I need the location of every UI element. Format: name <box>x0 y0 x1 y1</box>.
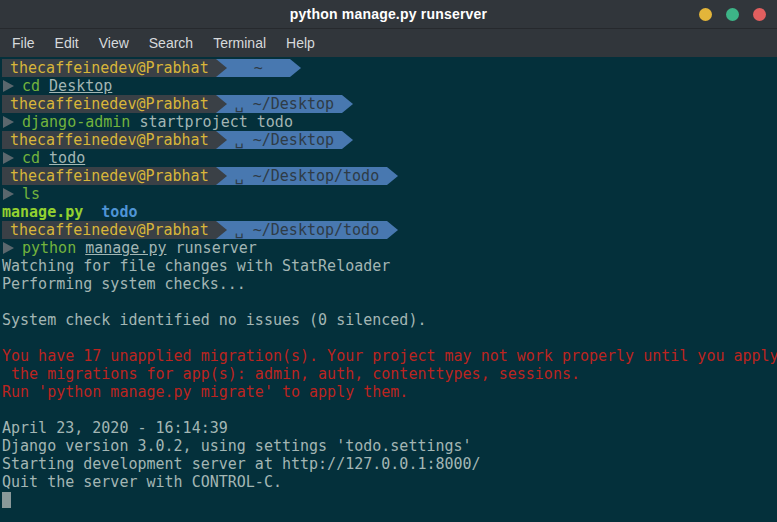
terminal-line: thecaffeinedev@Prabhat␣ ~/Desktop <box>2 131 777 149</box>
prompt-arrow-icon <box>3 188 14 200</box>
terminal-screen[interactable]: thecaffeinedev@Prabhat~cd Desktopthecaff… <box>0 57 777 522</box>
terminal-line: Run 'python manage.py migrate' to apply … <box>2 383 777 401</box>
window-titlebar: python manage.py runserver <box>0 0 777 29</box>
terminal-line: System check identified no issues (0 sil… <box>2 311 777 329</box>
menu-view[interactable]: View <box>89 32 139 54</box>
prompt-arrow-icon <box>3 152 14 164</box>
prompt-path-segment: ␣ ~/Desktop <box>227 95 342 113</box>
terminal-text: System check identified no issues (0 sil… <box>2 311 426 329</box>
prompt-arrow-icon <box>3 242 14 254</box>
prompt-path-segment: ␣ ~/Desktop <box>227 131 342 149</box>
terminal-line <box>2 401 777 419</box>
terminal-line: Starting development server at http://12… <box>2 455 777 473</box>
powerline-separator-icon <box>216 131 227 149</box>
prompt-user-segment: thecaffeinedev@Prabhat <box>2 131 216 149</box>
prompt-user-segment: thecaffeinedev@Prabhat <box>2 59 216 77</box>
terminal-text: ls <box>22 185 40 203</box>
powerline-separator-icon <box>387 221 398 239</box>
terminal-text: April 23, 2020 - 16:14:39 <box>2 419 228 437</box>
terminal-text: cd <box>22 77 40 95</box>
terminal-cursor <box>2 492 11 508</box>
menu-search[interactable]: Search <box>139 32 203 54</box>
terminal-line: Django version 3.0.2, using settings 'to… <box>2 437 777 455</box>
prompt-path-segment: ␣ ~/Desktop/todo <box>227 221 388 239</box>
terminal-line: cd todo <box>2 149 777 167</box>
directory-icon: ␣ <box>235 95 253 113</box>
terminal-text: You have 17 unapplied migration(s). Your… <box>2 347 777 365</box>
menu-help[interactable]: Help <box>276 32 325 54</box>
terminal-line: cd Desktop <box>2 77 777 95</box>
maximize-button[interactable] <box>726 8 739 21</box>
terminal-text: todo <box>49 149 85 167</box>
terminal-text: Starting development server at http://12… <box>2 455 481 473</box>
terminal-text: Run 'python manage.py migrate' to apply … <box>2 383 408 401</box>
terminal-text: Quit the server with CONTROL-C. <box>2 473 282 491</box>
menu-edit[interactable]: Edit <box>45 32 89 54</box>
window-title: python manage.py runserver <box>290 6 487 22</box>
terminal-text: Watching for file changes with StatReloa… <box>2 257 390 275</box>
prompt-path-segment: ~ <box>227 59 290 77</box>
terminal-line: the migrations for app(s): admin, auth, … <box>2 365 777 383</box>
minimize-button[interactable] <box>699 8 712 21</box>
terminal-text <box>83 203 101 221</box>
terminal-text: Desktop <box>49 77 112 95</box>
powerline-separator-icon <box>216 167 227 185</box>
prompt-user-segment: thecaffeinedev@Prabhat <box>2 167 216 185</box>
terminal-text: startproject todo <box>130 113 293 131</box>
menu-terminal[interactable]: Terminal <box>203 32 276 54</box>
prompt-user-segment: thecaffeinedev@Prabhat <box>2 221 216 239</box>
terminal-line: thecaffeinedev@Prabhat~ <box>2 59 777 77</box>
close-button[interactable] <box>753 8 766 21</box>
terminal-text: runserver <box>167 239 257 257</box>
powerline-separator-icon <box>342 131 353 149</box>
terminal-line: manage.py todo <box>2 203 777 221</box>
terminal-window: python manage.py runserver FileEditViewS… <box>0 0 777 522</box>
terminal-line: thecaffeinedev@Prabhat␣ ~/Desktop/todo <box>2 221 777 239</box>
terminal-text: manage.py <box>85 239 166 257</box>
terminal-line <box>2 329 777 347</box>
menu-file[interactable]: File <box>2 32 45 54</box>
terminal-text: cd <box>22 149 40 167</box>
terminal-line: ls <box>2 185 777 203</box>
terminal-text: manage.py <box>2 203 83 221</box>
prompt-arrow-icon <box>3 80 14 92</box>
terminal-text: the migrations for app(s): admin, auth, … <box>2 365 580 383</box>
terminal-line: thecaffeinedev@Prabhat␣ ~/Desktop/todo <box>2 167 777 185</box>
terminal-line <box>2 491 777 509</box>
terminal-text: python <box>22 239 76 257</box>
directory-icon: ␣ <box>235 221 253 239</box>
terminal-line: django-admin startproject todo <box>2 113 777 131</box>
prompt-user-segment: thecaffeinedev@Prabhat <box>2 95 216 113</box>
terminal-text <box>40 149 49 167</box>
directory-icon: ␣ <box>235 167 253 185</box>
prompt-path-segment: ␣ ~/Desktop/todo <box>227 167 388 185</box>
terminal-text: Django version 3.0.2, using settings 'to… <box>2 437 472 455</box>
menubar: FileEditViewSearchTerminalHelp <box>0 29 777 57</box>
prompt-arrow-icon <box>3 116 14 128</box>
directory-icon: ␣ <box>235 131 253 149</box>
terminal-text: Performing system checks... <box>2 275 246 293</box>
terminal-text <box>76 239 85 257</box>
terminal-line: April 23, 2020 - 16:14:39 <box>2 419 777 437</box>
terminal-line <box>2 293 777 311</box>
terminal-line: Quit the server with CONTROL-C. <box>2 473 777 491</box>
terminal-text <box>40 77 49 95</box>
powerline-separator-icon <box>216 59 227 77</box>
terminal-line: Performing system checks... <box>2 275 777 293</box>
powerline-separator-icon <box>216 95 227 113</box>
terminal-line: python manage.py runserver <box>2 239 777 257</box>
powerline-separator-icon <box>216 221 227 239</box>
terminal-text: django-admin <box>22 113 130 131</box>
terminal-line: Watching for file changes with StatReloa… <box>2 257 777 275</box>
terminal-line: You have 17 unapplied migration(s). Your… <box>2 347 777 365</box>
powerline-separator-icon <box>342 95 353 113</box>
powerline-separator-icon <box>290 59 301 77</box>
terminal-line: thecaffeinedev@Prabhat␣ ~/Desktop <box>2 95 777 113</box>
window-controls <box>699 0 766 28</box>
terminal-text: todo <box>101 203 137 221</box>
powerline-separator-icon <box>387 167 398 185</box>
